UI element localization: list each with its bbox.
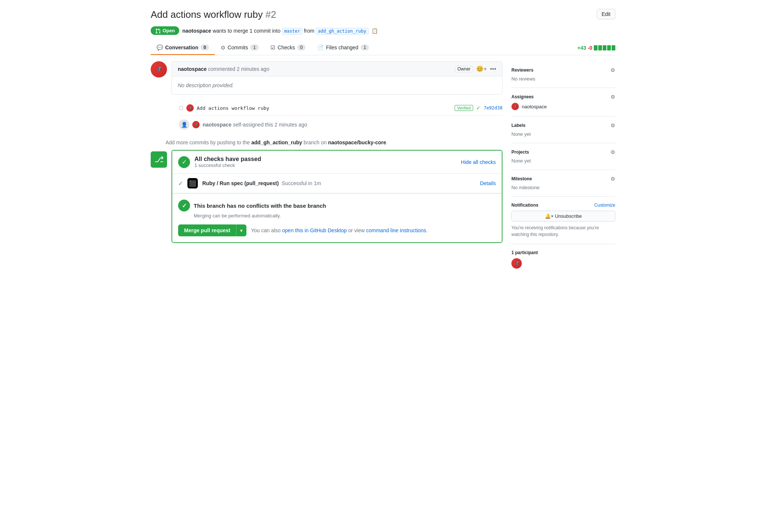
assignee-row: 🦸 naotospace	[511, 103, 615, 110]
conversation-tab-label: Conversation	[165, 45, 198, 50]
copy-icon[interactable]: 📋	[371, 28, 378, 34]
checks-title-block: All checks have passed 1 successful chec…	[194, 156, 456, 168]
notifications-note: You're receiving notifications because y…	[511, 224, 615, 238]
reviewers-gear-icon[interactable]: ⚙	[610, 67, 615, 73]
pr-meta: Open naotospace wants to merge 1 commit …	[151, 26, 615, 35]
check-details-link[interactable]: Details	[480, 180, 496, 186]
push-info-text-middle: branch on	[304, 139, 327, 145]
files-icon: 📄	[317, 45, 324, 50]
person-icon: 👤	[179, 119, 189, 130]
conversation-tab-count: 0	[200, 45, 209, 50]
diff-remove: -0	[588, 45, 592, 51]
assignees-gear-icon[interactable]: ⚙	[610, 94, 615, 100]
tab-files-changed[interactable]: 📄 Files changed 1	[311, 41, 375, 55]
commits-icon: ⊙	[221, 45, 225, 50]
commit-avatar: 🦸	[186, 104, 194, 112]
status-badge: Open	[151, 26, 179, 35]
head-branch-link[interactable]: add_gh_action_ruby	[316, 28, 369, 35]
unsubscribe-button[interactable]: 🔔× Unsubscribe	[511, 211, 615, 221]
base-branch-link[interactable]: master	[282, 28, 302, 35]
pr-action-text: wants to merge 1 commit into	[213, 28, 281, 34]
comment-body: No description provided.	[172, 76, 502, 94]
merge-actions: Merge pull request ▾ You can also open t…	[178, 224, 496, 236]
check-status: Successful in 1m	[282, 180, 321, 186]
commits-tab-count: 1	[250, 45, 259, 50]
labels-title-row: Labels ⚙	[511, 122, 615, 128]
tab-commits[interactable]: ⊙ Commits 1	[215, 41, 265, 55]
hide-checks-button[interactable]: Hide all checks	[461, 159, 496, 165]
merge-dropdown-button[interactable]: ▾	[236, 224, 246, 236]
reviewers-title: Reviewers	[511, 68, 533, 73]
milestone-gear-icon[interactable]: ⚙	[610, 176, 615, 182]
comment-section: 🦸 naotospace commented 2 minutes ago Own…	[151, 61, 503, 134]
check-item: ✓ ⬛ Ruby / Run spec (pull_request) Succe…	[172, 174, 502, 193]
checks-icon: ☑	[271, 45, 275, 50]
sidebar-milestone: Milestone ⚙ No milestone	[511, 170, 615, 197]
merge-also-text: You can also open this in GitHub Desktop…	[251, 227, 428, 233]
merge-subtitle: Merging can be performed automatically.	[194, 213, 496, 219]
comment-badges: Owner 😊+ •••	[455, 65, 497, 72]
assignee-name[interactable]: naotospace	[522, 104, 547, 109]
tab-checks[interactable]: ☑ Checks 0	[265, 41, 311, 55]
commits-tab-label: Commits	[227, 45, 248, 50]
labels-gear-icon[interactable]: ⚙	[610, 122, 615, 128]
diff-add: +43	[577, 45, 586, 51]
commit-check-mark: ✓	[476, 105, 481, 111]
pr-meta-author: naotospace wants to merge 1 commit into …	[182, 28, 378, 34]
pr-tabs: 💬 Conversation 0 ⊙ Commits 1 ☑ Checks 0 …	[151, 41, 615, 55]
pr-number: #2	[265, 9, 276, 20]
push-info-period: .	[386, 139, 388, 145]
commit-message: Add actions workflow ruby	[197, 105, 452, 111]
assign-avatar: 🦸	[192, 121, 200, 128]
milestone-title-row: Milestone ⚙	[511, 176, 615, 182]
merge-button[interactable]: Merge pull request	[178, 224, 236, 236]
sidebar-participants: 1 participant 🦸	[511, 244, 615, 275]
checks-box: ✓ All checks have passed 1 successful ch…	[171, 150, 503, 243]
check-tick-icon: ✓	[178, 180, 183, 187]
comment-author[interactable]: naotospace	[178, 66, 207, 72]
milestone-title: Milestone	[511, 176, 532, 181]
avatar: 🦸	[151, 61, 167, 78]
checks-subtitle: 1 successful check	[194, 162, 456, 168]
assignees-title-row: Assignees ⚙	[511, 94, 615, 100]
assignees-title: Assignees	[511, 94, 534, 99]
commit-dot	[179, 106, 183, 110]
checks-header: ✓ All checks have passed 1 successful ch…	[172, 151, 502, 174]
sidebar-notifications: Notifications Customize 🔔× Unsubscribe Y…	[511, 197, 615, 244]
author-name: naotospace	[182, 28, 211, 34]
emoji-button[interactable]: 😊+	[476, 65, 487, 72]
open-desktop-link[interactable]: open this in GitHub Desktop	[282, 227, 347, 233]
status-text: Open	[163, 28, 175, 33]
merge-icon: ⎇	[151, 151, 167, 168]
more-options-button[interactable]: •••	[490, 66, 496, 72]
diff-block-2	[598, 45, 602, 50]
merge-section: ✓ This branch has no conflicts with the …	[172, 193, 502, 242]
diff-block-4	[607, 45, 611, 50]
from-text: from	[304, 28, 314, 34]
reviewers-value: No reviews	[511, 76, 615, 82]
assign-action: self-assigned this 2 minutes ago	[233, 122, 307, 128]
projects-title: Projects	[511, 150, 529, 155]
assignee-avatar: 🦸	[511, 103, 519, 110]
assign-author[interactable]: naotospace	[203, 122, 232, 128]
comment-text: No description provided.	[178, 82, 234, 88]
comment-box: naotospace commented 2 minutes ago Owner…	[171, 61, 503, 95]
merge-title-text: This branch has no conflicts with the ba…	[194, 203, 326, 209]
check-item-details: Ruby / Run spec (pull_request) Successfu…	[202, 180, 321, 186]
checks-tab-count: 0	[297, 45, 306, 50]
sidebar-reviewers: Reviewers ⚙ No reviews	[511, 61, 615, 88]
tab-conversation[interactable]: 💬 Conversation 0	[151, 41, 215, 55]
projects-title-row: Projects ⚙	[511, 149, 615, 155]
notifications-title: Notifications	[511, 203, 539, 208]
customize-link[interactable]: Customize	[594, 203, 615, 208]
cli-instructions-link[interactable]: command line instructions	[366, 227, 426, 233]
projects-gear-icon[interactable]: ⚙	[610, 149, 615, 155]
checks-pass-icon: ✓	[178, 156, 190, 168]
diff-block-3	[603, 45, 606, 50]
push-info: Add more commits by pushing to the add_g…	[151, 139, 503, 145]
commit-sha[interactable]: 7e92d38	[484, 105, 503, 111]
merge-title-row: ✓ This branch has no conflicts with the …	[178, 200, 496, 211]
comment-header: naotospace commented 2 minutes ago Owner…	[172, 62, 502, 76]
edit-button[interactable]: Edit	[597, 9, 615, 19]
merge-pass-icon: ✓	[178, 200, 190, 211]
